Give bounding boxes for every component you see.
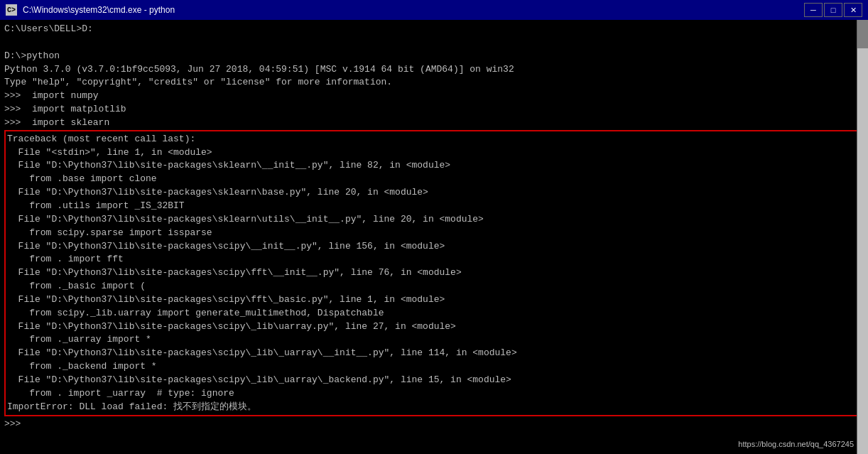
scrollbar-thumb[interactable] [857, 20, 868, 48]
minimize-button[interactable]: ─ [804, 3, 823, 17]
window-controls: ─ □ ✕ [804, 3, 862, 17]
cmd-window: C> C:\Windows\system32\cmd.exe - python … [0, 0, 868, 454]
error-line-16: from ._uarray import * [6, 333, 862, 347]
window-title: C:\Windows\system32\cmd.exe - python [23, 5, 175, 15]
cmd-icon: C> [6, 4, 17, 16]
error-line-15: File "D:\Python37\lib\site-packages\scip… [6, 320, 862, 334]
error-line-7: File "D:\Python37\lib\site-packages\skle… [6, 213, 862, 227]
scrollbar[interactable] [857, 20, 868, 454]
error-line-19: File "D:\Python37\lib\site-packages\scip… [6, 374, 862, 387]
close-button[interactable]: ✕ [844, 3, 862, 17]
console-line-7: >>> import matplotlib [4, 103, 864, 117]
watermark: https://blog.csdn.net/qq_4367245 [738, 440, 854, 448]
error-box: Traceback (most recent call last): File … [4, 130, 864, 417]
console-line-1: C:\Users\DELL>D: [4, 23, 864, 36]
error-line-12: from ._basic import ( [6, 280, 862, 293]
import-error-line: ImportError: DLL load failed: 找不到指定的模块。 [6, 401, 862, 414]
error-line-13: File "D:\Python37\lib\site-packages\scip… [6, 293, 862, 307]
error-line-5: File "D:\Python37\lib\site-packages\skle… [6, 186, 862, 200]
error-line-10: from . import fft [6, 253, 862, 266]
error-line-18: from ._backend import * [6, 360, 862, 374]
console-line-4: Python 3.7.0 (v3.7.0:1bf9cc5093, Jun 27 … [4, 63, 864, 77]
console-line-2 [4, 36, 864, 50]
error-line-9: File "D:\Python37\lib\site-packages\scip… [6, 240, 862, 254]
error-line-8: from scipy.sparse import issparse [6, 227, 862, 240]
console-line-3: D:\>python [4, 50, 864, 63]
error-line-2: File "<stdin>", line 1, in <module> [6, 146, 862, 160]
console-area: C:\Users\DELL>D: D:\>python Python 3.7.0… [0, 20, 868, 454]
title-bar-left: C> C:\Windows\system32\cmd.exe - python [6, 4, 175, 16]
error-line-11: File "D:\Python37\lib\site-packages\scip… [6, 266, 862, 280]
error-line-20: from . import _uarray # type: ignore [6, 387, 862, 401]
console-line-6: >>> import numpy [4, 90, 864, 103]
maximize-button[interactable]: □ [824, 3, 842, 17]
prompt-bottom: >>> [4, 418, 864, 431]
error-line-17: File "D:\Python37\lib\site-packages\scip… [6, 347, 862, 360]
error-line-4: from .base import clone [6, 173, 862, 186]
title-bar: C> C:\Windows\system32\cmd.exe - python … [0, 0, 868, 20]
error-line-3: File "D:\Python37\lib\site-packages\skle… [6, 159, 862, 173]
error-line-14: from scipy._lib.uarray import generate_m… [6, 307, 862, 320]
console-line-8: >>> import sklearn [4, 117, 864, 130]
error-line-6: from .utils import _IS_32BIT [6, 200, 862, 213]
console-line-5: Type "help", "copyright", "credits" or "… [4, 76, 864, 90]
error-line-1: Traceback (most recent call last): [6, 133, 862, 146]
